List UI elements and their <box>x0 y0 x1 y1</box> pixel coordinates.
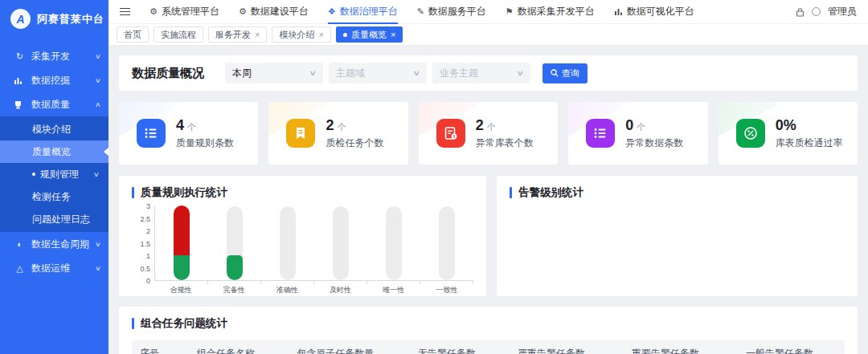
sidebar-item-detect-task[interactable]: 检测任务 <box>0 185 108 208</box>
sidebar-item-data-lifecycle[interactable]: ◐ 数据生命周期 ∨ <box>0 232 108 256</box>
stat-card-rule-count[interactable]: 4个 质量规则条数 <box>119 102 258 165</box>
bar-chart-icon <box>614 7 623 16</box>
sidebar-item-rule-management[interactable]: 规则管理 ∨ <box>0 163 108 185</box>
gear-icon: ⚙ <box>239 6 247 17</box>
refresh-icon: ↻ <box>14 51 26 62</box>
chart-background-bar <box>333 206 349 280</box>
doc-alert-icon <box>436 119 465 148</box>
tab-implementation-flow[interactable]: 实施流程 <box>154 26 203 43</box>
avatar[interactable] <box>812 7 821 16</box>
flag-icon: ⚑ <box>506 6 514 17</box>
composite-task-panel: 组合任务问题统计 序号 组合任务名称 包含原子任务数量 无告警任务数 严重告警任… <box>119 307 858 354</box>
filter-panel: 数据质量概况 本周 ∨ 主题域 ∨ 业务主题 ∨ 查询 <box>119 55 858 91</box>
tab-module-intro[interactable]: 模块介绍 × <box>272 26 330 43</box>
stat-card-abnormal-table-count[interactable]: 2个 异常库表个数 <box>419 102 558 165</box>
column-header: 包含原子任务数量 <box>289 347 410 354</box>
subject-domain-select[interactable]: 主题域 ∨ <box>329 63 427 83</box>
sidebar-item-module-intro[interactable]: 模块介绍 <box>0 118 108 140</box>
chart-x-axis-labels: 合规性完备性准确性及时性唯一性一致性 <box>154 285 473 295</box>
diamond-cluster-icon: ❖ <box>328 6 336 17</box>
stat-label: 质量规则条数 <box>176 136 234 150</box>
sidebar-item-quality-overview[interactable]: 质量概览 <box>0 140 108 163</box>
stat-value: 4 <box>176 117 184 134</box>
nav-item-system-platform[interactable]: ⚙ 系统管理平台 <box>149 0 219 24</box>
chevron-down-icon: ∨ <box>309 69 317 77</box>
stat-cards-row: 4个 质量规则条数 2个 质检任务个数 2个 异常库表个数 <box>119 102 858 165</box>
list-icon <box>586 119 615 148</box>
sidebar-menu: ↻ 采集开发 ∨ 数据挖掘 ∨ 数据质量 ∧ 模块介绍 质量概览 <box>0 44 108 280</box>
x-tick-label: 一致性 <box>420 285 473 295</box>
chevron-up-icon: ∧ <box>95 101 101 108</box>
title-marker <box>510 187 512 198</box>
column-header: 无告警任务数 <box>410 347 510 354</box>
trophy-icon <box>14 100 26 109</box>
pen-icon: ✎ <box>417 6 424 17</box>
chart-plot-area <box>154 206 473 281</box>
search-icon <box>551 69 559 77</box>
chevron-down-icon: ∨ <box>95 265 101 272</box>
nav-item-data-construction-platform[interactable]: ⚙ 数据建设平台 <box>239 0 309 24</box>
percent-icon <box>736 119 765 148</box>
y-tick-label: 0.5 <box>140 265 150 273</box>
chart-panels-row: 质量规则执行统计 00.511.522.53 合规性完备性准确性及时性唯一性一致… <box>119 176 858 296</box>
column-header: 严重告警任务数 <box>510 347 624 354</box>
tab-quality-overview[interactable]: 质量概览 × <box>336 26 403 43</box>
bookmark-icon <box>286 119 315 148</box>
bullet-dot-icon <box>32 173 35 176</box>
page-title: 数据质量概况 <box>132 66 204 81</box>
stat-card-task-count[interactable]: 2个 质检任务个数 <box>268 102 407 165</box>
business-topic-select[interactable]: 业务主题 ∨ <box>432 63 530 83</box>
nav-item-data-visualization-platform[interactable]: 数据可视化平台 <box>614 0 694 24</box>
close-icon[interactable]: × <box>255 31 260 39</box>
sidebar-item-data-ops[interactable]: △ 数据运维 ∨ <box>0 256 108 280</box>
stat-unit: 个 <box>487 121 496 133</box>
username-label[interactable]: 管理员 <box>828 5 857 18</box>
lock-icon[interactable] <box>796 7 805 17</box>
y-tick-label: 2.5 <box>140 215 150 223</box>
chart-background-bar <box>280 206 296 280</box>
y-tick-label: 3 <box>146 202 150 210</box>
chevron-down-icon: ∨ <box>95 241 101 248</box>
sidebar-item-data-quality[interactable]: 数据质量 ∧ <box>0 92 108 116</box>
stat-value: 0% <box>776 117 796 134</box>
nav-item-data-governance-platform[interactable]: ❖ 数据治理平台 <box>328 0 398 24</box>
chart-background-bar <box>439 206 455 280</box>
sidebar-item-issue-log[interactable]: 问题处理日志 <box>0 208 108 230</box>
stat-value: 0 <box>625 117 633 134</box>
stat-unit: 个 <box>337 121 346 133</box>
nav-item-data-service-platform[interactable]: ✎ 数据服务平台 <box>417 0 486 24</box>
list-icon <box>137 119 166 148</box>
search-button[interactable]: 查询 <box>542 63 588 83</box>
stat-card-pass-rate[interactable]: 0% 库表质检通过率 <box>719 102 858 165</box>
sidebar-item-collect-dev[interactable]: ↻ 采集开发 ∨ <box>0 44 108 68</box>
stat-card-abnormal-data-count[interactable]: 0个 异常数据条数 <box>568 102 707 165</box>
y-tick-label: 0 <box>146 277 150 285</box>
stat-label: 异常数据条数 <box>625 136 683 150</box>
rule-execution-chart: 00.511.522.53 <box>132 206 473 281</box>
sidebar-item-data-mining[interactable]: 数据挖掘 ∨ <box>0 68 108 92</box>
chart-column <box>420 206 473 280</box>
y-tick-label: 1.5 <box>140 240 150 248</box>
close-icon[interactable]: × <box>318 31 323 39</box>
close-icon[interactable]: × <box>391 31 395 39</box>
x-tick-label: 唯一性 <box>367 285 420 295</box>
stat-label: 质检任务个数 <box>326 136 383 150</box>
column-header: 一般告警任务数 <box>738 347 845 354</box>
chart-column <box>261 206 314 280</box>
alert-level-panel: 告警级别统计 <box>497 176 858 296</box>
panel-title: 质量规则执行统计 <box>132 185 473 200</box>
x-tick-label: 完备性 <box>207 285 260 295</box>
x-tick-label: 及时性 <box>314 285 367 295</box>
tab-service-dev[interactable]: 服务开发 × <box>208 26 267 43</box>
chevron-down-icon: ∨ <box>95 77 101 84</box>
column-header: 重要告警任务数 <box>624 347 738 354</box>
stat-unit: 个 <box>187 121 196 133</box>
gear-icon: ⚙ <box>149 6 158 17</box>
collapse-sidebar-icon[interactable] <box>120 8 130 16</box>
time-range-select[interactable]: 本周 ∨ <box>225 63 323 83</box>
tab-home[interactable]: 首页 <box>117 26 149 43</box>
nav-item-data-collection-platform[interactable]: ⚑ 数据采集开发平台 <box>506 0 595 24</box>
sidebar-submenu: 模块介绍 质量概览 规则管理 ∨ 检测任务 问题处理日志 <box>0 116 108 232</box>
chart-bar-segment <box>227 255 243 280</box>
y-tick-label: 1 <box>146 252 150 260</box>
